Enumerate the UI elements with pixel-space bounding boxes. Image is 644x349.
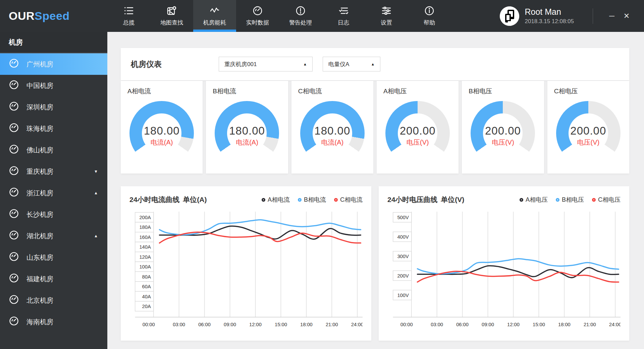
nav-tab-5[interactable]: 日志 <box>322 0 365 32</box>
legend-item[interactable]: B相电流 <box>298 196 326 204</box>
svg-text:100V: 100V <box>397 293 409 298</box>
app-logo: OURSpeed <box>0 0 107 32</box>
svg-text:160A: 160A <box>139 235 151 240</box>
svg-text:60A: 60A <box>142 284 151 289</box>
user-name: Root Man <box>525 7 574 17</box>
gauge-icon <box>9 58 26 70</box>
nav-tab-label: 地图查找 <box>160 19 183 27</box>
gauge-unit: 电流(A) <box>300 138 365 147</box>
close-button[interactable]: ✕ <box>619 9 634 23</box>
sidebar-item-label: 珠海机房 <box>26 124 53 133</box>
sliders-icon <box>381 6 391 16</box>
svg-text:140A: 140A <box>139 244 151 250</box>
svg-text:15:00: 15:00 <box>275 322 287 327</box>
nav-tab-2[interactable]: 机房能耗 <box>193 0 236 32</box>
legend-item[interactable]: C相电流 <box>334 196 363 204</box>
legend-item[interactable]: A相电压 <box>520 196 548 204</box>
charts-row: 24小时电流曲线单位(A)A相电流B相电流C相电流200A180A160A140… <box>121 186 629 341</box>
meter-select-value: 电量仪A <box>328 60 349 68</box>
gauge-card-4: B相电压200.00电压(V) <box>462 81 544 173</box>
room-select-value: 重庆机房001 <box>224 60 257 68</box>
sidebar-item-12[interactable]: 海南机房 <box>0 311 107 333</box>
chart-title: 24小时电流曲线 <box>129 195 179 204</box>
sidebar-item-4[interactable]: 佛山机房 <box>0 139 107 161</box>
chevron-up-icon: ▲ <box>94 234 98 238</box>
sidebar-item-label: 浙江机房 <box>26 189 53 198</box>
nav-tab-6[interactable]: 设置 <box>365 0 408 32</box>
meter-select[interactable]: 电量仪A ▲ <box>323 57 380 71</box>
nav-tab-0[interactable]: 总揽 <box>107 0 150 32</box>
svg-text:15:00: 15:00 <box>533 322 545 327</box>
user-avatar[interactable] <box>500 6 519 26</box>
sidebar-item-1[interactable]: 中国机房 <box>0 75 107 96</box>
sidebar-item-9[interactable]: 山东机房 <box>0 247 107 268</box>
chevron-up-icon: ▲ <box>371 62 375 66</box>
minimize-button[interactable]: ─ <box>604 9 619 23</box>
chart-title: 24小时电压曲线 <box>387 195 437 204</box>
sidebar-item-label: 佛山机房 <box>26 146 53 155</box>
svg-text:21:00: 21:00 <box>326 322 338 327</box>
map-icon <box>167 6 177 16</box>
gauge: 200.00电压(V) <box>471 101 535 160</box>
legend-item[interactable]: B相电压 <box>556 196 584 204</box>
line-chart: 200A180A160A140A120A100A80A60A40A20A00:0… <box>129 209 363 332</box>
gauge-card-1: B相电流180.00电流(A) <box>206 81 288 173</box>
sidebar-item-8[interactable]: 湖北机房▲ <box>0 225 107 247</box>
gauge: 180.00电流(A) <box>129 101 194 160</box>
legend-ring-icon <box>592 198 596 202</box>
svg-text:500V: 500V <box>397 215 409 220</box>
svg-text:00:00: 00:00 <box>143 322 155 327</box>
chevron-up-icon: ▲ <box>303 62 307 66</box>
nav-tab-7[interactable]: 帮助 <box>408 0 451 32</box>
sidebar-item-3[interactable]: 珠海机房 <box>0 118 107 139</box>
navbar-right: Root Man 2018.3.15 12:08:05 ─ ✕ <box>500 0 644 32</box>
gauge-cards: A相电流180.00电流(A)B相电流180.00电流(A)C相电流180.00… <box>121 81 629 173</box>
gauge-title: C相电压 <box>554 87 623 96</box>
gauge-icon <box>9 294 26 306</box>
nav-tab-3[interactable]: 实时数据 <box>236 0 279 32</box>
chevron-up-icon: ▲ <box>94 191 98 195</box>
svg-text:180A: 180A <box>139 225 151 230</box>
sidebar-item-5[interactable]: 重庆机房▼ <box>0 161 107 182</box>
pulse-icon <box>210 6 220 16</box>
nav-tab-label: 警告处理 <box>289 19 312 27</box>
sidebar-item-10[interactable]: 福建机房 <box>0 268 107 290</box>
sidebar-item-2[interactable]: 深圳机房 <box>0 96 107 118</box>
legend-label: C相电压 <box>598 196 621 204</box>
info-icon <box>424 6 434 16</box>
svg-text:03:00: 03:00 <box>431 322 443 327</box>
svg-text:06:00: 06:00 <box>456 322 469 327</box>
gauge: 200.00电压(V) <box>556 101 621 160</box>
chart-unit-label: 单位(V) <box>441 195 464 204</box>
svg-text:20A: 20A <box>142 304 151 309</box>
gauge-unit: 电压(V) <box>471 138 535 147</box>
nav-tab-4[interactable]: 警告处理 <box>279 0 322 32</box>
gauge-value: 200.00 <box>471 124 535 137</box>
chart-legend: A相电流B相电流C相电流 <box>262 196 363 204</box>
sidebar-item-6[interactable]: 浙江机房▲ <box>0 182 107 204</box>
legend-label: A相电流 <box>268 196 290 204</box>
nav-tab-label: 设置 <box>381 19 392 27</box>
chevron-down-icon: ▼ <box>94 169 98 174</box>
nav-tab-1[interactable]: 地图查找 <box>150 0 193 32</box>
legend-label: B相电流 <box>304 196 326 204</box>
nav-tab-label: 实时数据 <box>246 19 269 27</box>
sidebar-item-7[interactable]: 长沙机房 <box>0 204 107 225</box>
sidebar-item-label: 山东机房 <box>26 253 53 262</box>
top-navbar: OURSpeed 总揽地图查找机房能耗实时数据警告处理日志设置帮助 Root M… <box>0 0 644 32</box>
page-title: 机房仪表 <box>131 59 162 69</box>
legend-item[interactable]: A相电流 <box>262 196 290 204</box>
legend-ring-icon <box>262 198 265 202</box>
sidebar-item-0[interactable]: 广州机房 <box>0 53 107 75</box>
svg-text:21:00: 21:00 <box>584 322 596 327</box>
room-select[interactable]: 重庆机房001 ▲ <box>219 57 313 71</box>
logo-part-2: Speed <box>35 9 70 22</box>
legend-item[interactable]: C相电压 <box>592 196 621 204</box>
sidebar-item-11[interactable]: 北京机房 <box>0 290 107 311</box>
nav-tab-label: 帮助 <box>424 19 435 27</box>
meter-icon <box>253 6 263 16</box>
gauge-value: 200.00 <box>556 124 621 137</box>
sidebar-item-label: 福建机房 <box>26 275 53 284</box>
legend-ring-icon <box>520 198 523 202</box>
svg-text:200A: 200A <box>139 215 151 220</box>
